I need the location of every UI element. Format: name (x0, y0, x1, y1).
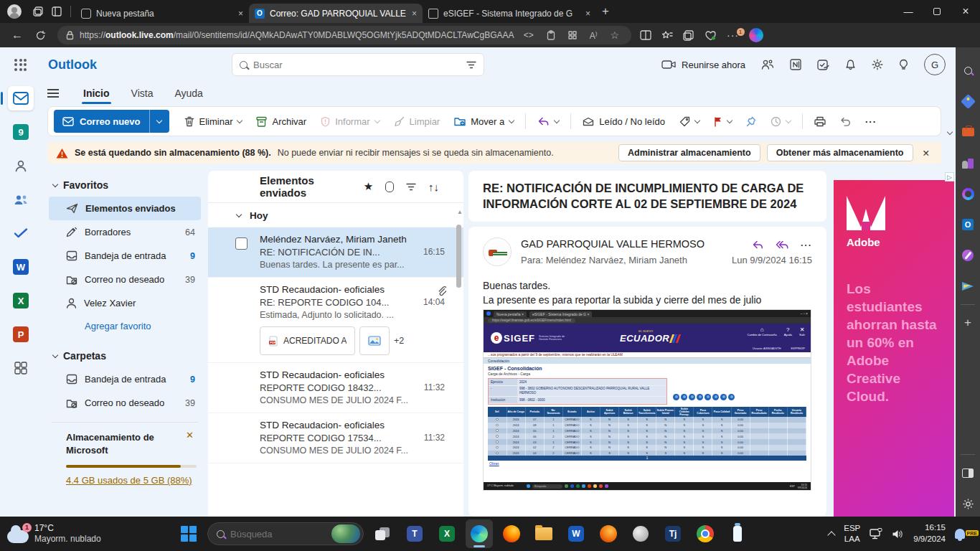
tab-ayuda[interactable]: Ayuda (173, 85, 204, 102)
tab-vista[interactable]: Vista (130, 85, 155, 102)
tab-close-icon[interactable]: × (412, 9, 417, 19)
move-to-button[interactable]: Mover a (448, 110, 520, 133)
sidebar-item-drafts[interactable]: Borradores64 (49, 220, 201, 244)
rail-todo-icon[interactable] (8, 221, 34, 245)
split-screen-icon[interactable] (640, 30, 651, 40)
taskbar-search[interactable] (207, 522, 364, 545)
sidebar-folder-junk[interactable]: Correo no deseado39 (49, 391, 201, 415)
reply-all-icon[interactable] (776, 240, 789, 250)
copilot-icon[interactable] (749, 28, 763, 42)
edge-taskbar-icon[interactable] (466, 519, 493, 548)
taskbar-search-input[interactable] (230, 529, 326, 540)
sidebar-item-inbox[interactable]: Bandeja de entrada9 (49, 244, 201, 268)
bell-icon[interactable] (845, 59, 856, 70)
add-favorite-link[interactable]: Agregar favorito (49, 315, 201, 337)
mail-item-2[interactable]: STD Recaudacion- eoficiales RE: REPORTE … (208, 278, 463, 363)
gear-icon[interactable] (872, 59, 883, 70)
favorites-bar-icon[interactable] (661, 30, 673, 41)
paper-plane-icon[interactable] (961, 279, 975, 293)
language-indicator[interactable]: ESPLAA (844, 523, 860, 545)
clock[interactable]: 16:159/9/2024 (913, 522, 946, 545)
lightbulb-icon[interactable] (899, 59, 908, 70)
notifications-icon[interactable] (955, 529, 965, 539)
word-taskbar-icon[interactable]: W (562, 519, 590, 548)
m365-icon[interactable] (961, 187, 975, 201)
adobe-ad[interactable]: Adobe Los estudiantes ahorran hasta un 6… (834, 180, 954, 517)
undo-button[interactable] (834, 110, 857, 133)
app-icon-bottle[interactable] (724, 519, 751, 548)
refresh-icon[interactable] (30, 25, 50, 45)
mail-item-3[interactable]: STD Recaudacion- eoficiales REPORTE CODI… (208, 363, 463, 413)
collections-icon[interactable] (683, 30, 694, 41)
collapse-ribbon-icon[interactable] (947, 129, 953, 135)
back-icon[interactable]: ← (7, 25, 27, 45)
rail-mail-icon[interactable] (8, 86, 34, 110)
outlook-brand[interactable]: Outlook (48, 57, 97, 72)
designer-icon[interactable] (961, 248, 975, 263)
sidebar-item-junk[interactable]: Correo no deseado39 (49, 268, 201, 291)
new-tab-button[interactable]: + (602, 4, 609, 19)
search-filter-icon[interactable] (466, 61, 476, 69)
list-scrollbar[interactable]: ▲ (456, 206, 462, 517)
tools-icon[interactable] (961, 125, 975, 139)
rail-word-icon[interactable]: W (8, 255, 34, 279)
read-unread-button[interactable]: Leído / No leído (576, 110, 672, 133)
sort-icon[interactable]: ↑↓ (428, 181, 439, 193)
sender-avatar[interactable] (483, 237, 512, 266)
excel-taskbar-icon[interactable]: X (433, 519, 461, 548)
toolbar-more-icon[interactable]: ··· (859, 110, 883, 133)
sidebar-item-person[interactable]: Velez Xavier (49, 291, 201, 315)
hamburger-icon[interactable] (47, 89, 59, 98)
group-header-today[interactable]: Hoy (208, 203, 463, 227)
volume-icon[interactable] (892, 529, 904, 540)
weather-widget[interactable]: 1 17°CMayorm. nublado (7, 523, 101, 545)
search-box[interactable] (232, 53, 484, 76)
favorite-star-icon[interactable]: ☆ (606, 29, 623, 41)
storage-usage-link[interactable]: 4.4 GB usados de 5 GB (88%) (66, 475, 192, 486)
shopping-icon[interactable] (961, 94, 975, 108)
app-icon-navy[interactable]: Tj (659, 519, 687, 548)
apps-grid-icon[interactable] (565, 31, 580, 39)
print-button[interactable] (808, 110, 832, 133)
network-icon[interactable] (870, 528, 882, 540)
address-bar[interactable]: https://outlook.live.com/mail/0/sentitem… (57, 26, 631, 44)
folders-header[interactable]: Carpetas (49, 344, 201, 367)
attachment-chip-pdf[interactable]: PDF ACREDITADO A... (260, 326, 355, 355)
app-launcher-icon[interactable] (10, 55, 31, 75)
mail-item-1[interactable]: Meléndez Narváez, Miriam Janeth RE: NOTI… (208, 227, 463, 278)
workspaces-icon[interactable] (29, 2, 47, 21)
account-avatar[interactable]: G (924, 54, 946, 75)
rail-calendar-icon[interactable]: 9 (8, 120, 34, 144)
mail-checkbox[interactable] (235, 237, 248, 250)
outlook-sidebar-icon[interactable]: O (961, 217, 975, 232)
restore-button[interactable] (923, 1, 951, 22)
browser-tab-esigef[interactable]: eSIGEF - Sistema Integrado de G × (423, 4, 596, 23)
archive-button[interactable]: Archivar (250, 110, 313, 133)
task-view-icon[interactable] (369, 519, 396, 548)
tab-close-icon[interactable]: × (585, 9, 590, 19)
message-more-icon[interactable]: ··· (801, 240, 812, 250)
sidebar-search-icon[interactable] (961, 63, 975, 77)
teams-taskbar-icon[interactable]: T (401, 519, 428, 548)
close-button[interactable]: × (951, 1, 980, 22)
banner-close-icon[interactable]: ✕ (920, 148, 933, 159)
filter-icon[interactable] (406, 183, 416, 191)
get-storage-button[interactable]: Obtener más almacenamiento (767, 144, 913, 161)
rail-groups-icon[interactable] (8, 187, 34, 212)
read-aloud-icon[interactable]: A) (586, 30, 601, 41)
browser-tab-outlook[interactable]: Correo: GAD PARROQUIAL VALLE × (249, 4, 423, 23)
clipboard-icon[interactable] (543, 30, 559, 40)
scroll-up-arrow[interactable]: ▲ (457, 209, 463, 215)
select-all-icon[interactable] (385, 182, 394, 192)
rail-powerpoint-icon[interactable]: P (8, 322, 34, 347)
new-mail-button[interactable]: Correo nuevo (54, 110, 169, 133)
scrollbar-thumb[interactable] (456, 225, 461, 288)
categorize-button[interactable] (673, 110, 706, 133)
chrome-taskbar-icon[interactable] (692, 519, 719, 548)
star-icon[interactable]: ★ (364, 180, 373, 193)
reply-icon[interactable] (752, 240, 764, 250)
rail-excel-icon[interactable]: X (8, 288, 34, 313)
onenote-icon[interactable] (790, 59, 801, 70)
browser-profile-avatar[interactable] (7, 4, 22, 19)
sidebar-item-sent[interactable]: Elementos enviados (49, 197, 201, 220)
